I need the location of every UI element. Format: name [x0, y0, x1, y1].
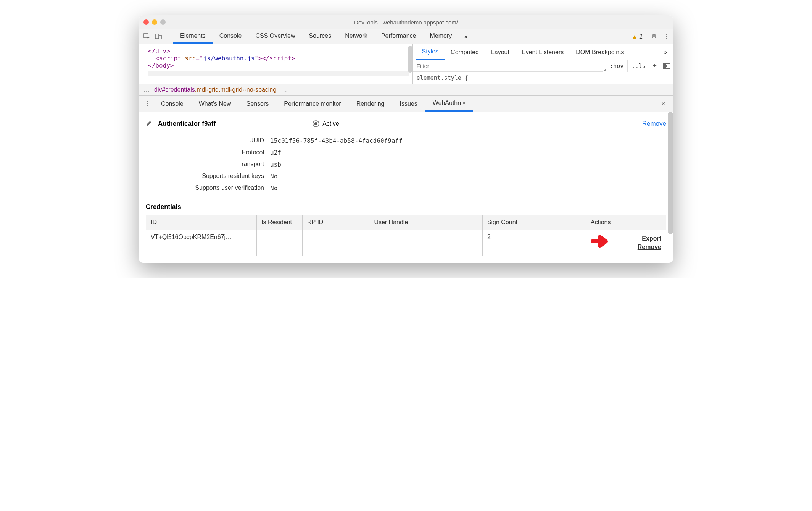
- col-rpid: RP ID: [303, 215, 369, 230]
- titlebar: DevTools - webauthndemo.appspot.com/: [139, 15, 673, 29]
- cred-sign-count: 2: [482, 230, 586, 256]
- tab-console[interactable]: Console: [213, 29, 249, 44]
- resident-keys-label: Supports resident keys: [146, 173, 264, 180]
- filter-row: ◢ :hov .cls +: [413, 60, 673, 72]
- drawer-tab-sensors[interactable]: Sensors: [239, 97, 277, 111]
- credentials-table: ID Is Resident RP ID User Handle Sign Co…: [146, 215, 666, 256]
- resident-keys-value: No: [270, 173, 277, 180]
- window-title: DevTools - webauthndemo.appspot.com/: [354, 19, 458, 26]
- styles-pane: Styles Computed Layout Event Listeners D…: [412, 44, 673, 84]
- uuid-label: UUID: [146, 137, 264, 144]
- credentials-title: Credentials: [146, 203, 666, 211]
- close-window-button[interactable]: [143, 19, 149, 25]
- computed-panel-toggle-icon[interactable]: [660, 60, 673, 72]
- panel-scrollbar[interactable]: [668, 112, 673, 234]
- cred-user-handle: [369, 230, 483, 256]
- active-label: Active: [322, 120, 339, 127]
- main-menu-icon[interactable]: ⋮: [663, 33, 669, 40]
- table-header-row: ID Is Resident RP ID User Handle Sign Co…: [146, 215, 666, 230]
- drawer-tab-rendering[interactable]: Rendering: [349, 97, 392, 111]
- transport-value: usb: [270, 161, 281, 168]
- tab-styles[interactable]: Styles: [416, 44, 445, 60]
- zoom-window-button[interactable]: [160, 19, 166, 25]
- svg-rect-2: [159, 35, 161, 39]
- settings-icon[interactable]: [650, 32, 658, 41]
- source-line: </div>: [148, 47, 170, 55]
- svg-point-3: [653, 35, 655, 37]
- svg-rect-5: [664, 64, 666, 68]
- col-user-handle: User Handle: [369, 215, 483, 230]
- cred-resident: [257, 230, 303, 256]
- window-controls: [143, 19, 166, 25]
- tab-performance[interactable]: Performance: [374, 29, 423, 44]
- col-id: ID: [146, 215, 257, 230]
- resize-corner-icon: ◢: [603, 69, 606, 72]
- devtools-window: DevTools - webauthndemo.appspot.com/ Ele…: [139, 15, 673, 263]
- tab-sources[interactable]: Sources: [302, 29, 338, 44]
- close-tab-icon[interactable]: ×: [462, 100, 466, 106]
- warning-icon: ▲: [632, 33, 638, 40]
- protocol-value: u2f: [270, 149, 281, 156]
- device-toggle-icon[interactable]: [154, 32, 163, 41]
- tab-event-listeners[interactable]: Event Listeners: [516, 45, 570, 60]
- elements-pane: </div> <script src="js/webauthn.js"></sc…: [139, 44, 412, 84]
- drawer-tabs: ⋮ Console What's New Sensors Performance…: [139, 96, 673, 112]
- cred-rpid: [303, 230, 369, 256]
- webauthn-panel: Authenticator f9aff Active Remove UUID15…: [139, 112, 673, 263]
- warning-count: 2: [639, 33, 643, 40]
- drawer-tab-issues[interactable]: Issues: [392, 97, 425, 111]
- main-toolbar: Elements Console CSS Overview Sources Ne…: [139, 29, 673, 44]
- tab-memory[interactable]: Memory: [423, 29, 459, 44]
- more-tabs-icon[interactable]: »: [464, 33, 467, 40]
- tab-network[interactable]: Network: [338, 29, 374, 44]
- element-style-rule[interactable]: element.style {: [413, 72, 673, 84]
- styles-tabs: Styles Computed Layout Event Listeners D…: [413, 44, 673, 60]
- table-row: VT+Ql516ObcpKRM2En67j… 2 Export Remove: [146, 230, 666, 256]
- tab-layout[interactable]: Layout: [485, 45, 516, 60]
- protocol-label: Protocol: [146, 149, 264, 156]
- col-sign-count: Sign Count: [482, 215, 586, 230]
- remove-authenticator-link[interactable]: Remove: [642, 120, 666, 128]
- tab-dom-breakpoints[interactable]: DOM Breakpoints: [570, 45, 630, 60]
- warnings-badge[interactable]: ▲ 2: [632, 33, 643, 40]
- authenticator-header: Authenticator f9aff Active Remove: [146, 120, 666, 128]
- breadcrumb: … div#credentials.mdl-grid.mdl-grid--no-…: [139, 84, 673, 96]
- uuid-value: 15c01f56-785f-43b4-ab58-4facd60f9aff: [270, 137, 403, 144]
- user-verification-value: No: [270, 184, 277, 192]
- user-verification-label: Supports user verification: [146, 184, 264, 192]
- authenticator-properties: UUID15c01f56-785f-43b4-ab58-4facd60f9aff…: [146, 135, 666, 194]
- minimize-window-button[interactable]: [152, 19, 157, 25]
- horizontal-scrollbar[interactable]: [148, 71, 409, 76]
- remove-credential-link[interactable]: Remove: [638, 244, 661, 251]
- more-styles-tabs-icon[interactable]: »: [661, 49, 670, 56]
- source-line: <script src="js/webauthn.js"></script>: [148, 55, 409, 62]
- breadcrumb-node[interactable]: div#credentials.mdl-grid.mdl-grid--no-sp…: [154, 86, 276, 93]
- arrow-right-icon: [591, 234, 611, 252]
- export-credential-link[interactable]: Export: [642, 235, 661, 242]
- authenticator-name: Authenticator f9aff: [158, 120, 216, 128]
- tab-computed[interactable]: Computed: [445, 45, 485, 60]
- col-actions: Actions: [586, 215, 666, 230]
- cls-toggle[interactable]: .cls: [627, 60, 649, 72]
- hov-toggle[interactable]: :hov: [606, 60, 627, 72]
- breadcrumb-left-ellipsis[interactable]: …: [143, 86, 150, 93]
- tab-css-overview[interactable]: CSS Overview: [248, 29, 302, 44]
- close-drawer-icon[interactable]: ×: [656, 99, 671, 108]
- active-radio[interactable]: Active: [313, 120, 339, 127]
- tab-elements[interactable]: Elements: [173, 29, 213, 44]
- main-tabs: Elements Console CSS Overview Sources Ne…: [173, 29, 459, 44]
- drawer-menu-icon[interactable]: ⋮: [141, 100, 153, 107]
- drawer-tab-console[interactable]: Console: [153, 97, 191, 111]
- edit-icon[interactable]: [146, 120, 153, 128]
- radio-icon: [313, 120, 319, 127]
- inspect-icon[interactable]: [143, 32, 151, 41]
- new-style-rule-icon[interactable]: +: [649, 60, 660, 72]
- drawer-tab-webauthn[interactable]: WebAuthn×: [425, 96, 474, 112]
- source-line: </body>: [148, 62, 174, 69]
- breadcrumb-right-ellipsis[interactable]: …: [281, 86, 287, 93]
- cred-actions: Export Remove: [586, 230, 666, 256]
- vertical-scrollbar[interactable]: [408, 46, 412, 73]
- drawer-tab-perf-monitor[interactable]: Performance monitor: [276, 97, 348, 111]
- styles-filter-input[interactable]: [413, 60, 603, 72]
- drawer-tab-whats-new[interactable]: What's New: [191, 97, 239, 111]
